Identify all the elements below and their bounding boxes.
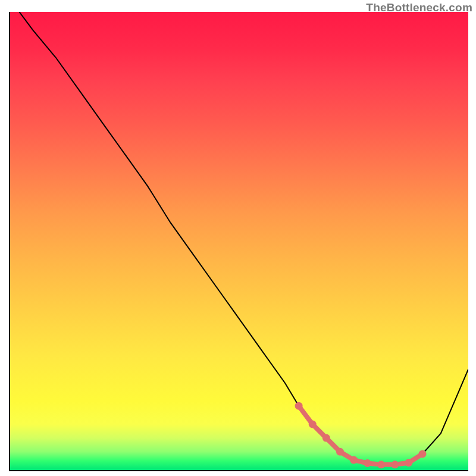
optimal-marker-dot — [391, 461, 399, 468]
optimal-range-line — [299, 406, 422, 465]
optimal-marker-dot — [350, 456, 358, 464]
optimal-marker-dot — [377, 461, 385, 468]
optimal-marker-dot — [419, 450, 427, 458]
chart-container: TheBottleneck.com — [0, 0, 476, 476]
optimal-marker-dot — [322, 434, 330, 442]
bottleneck-curve — [19, 12, 468, 465]
optimal-marker-dot — [295, 402, 303, 410]
chart-svg — [10, 12, 468, 470]
plot-area — [9, 12, 468, 471]
optimal-marker-dot — [336, 448, 344, 456]
watermark-text: TheBottleneck.com — [366, 1, 472, 14]
optimal-marker-dot — [309, 421, 317, 428]
optimal-marker-dot — [364, 459, 371, 467]
optimal-marker-dot — [405, 459, 412, 466]
optimal-range-markers — [295, 402, 427, 469]
